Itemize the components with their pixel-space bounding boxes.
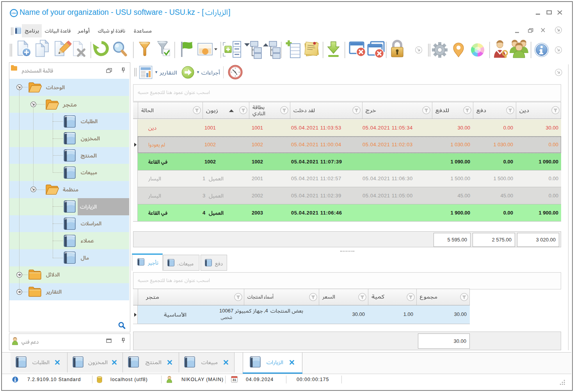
svg-text:31: 31 bbox=[233, 378, 236, 382]
svg-text:USU: USU bbox=[11, 12, 17, 14]
